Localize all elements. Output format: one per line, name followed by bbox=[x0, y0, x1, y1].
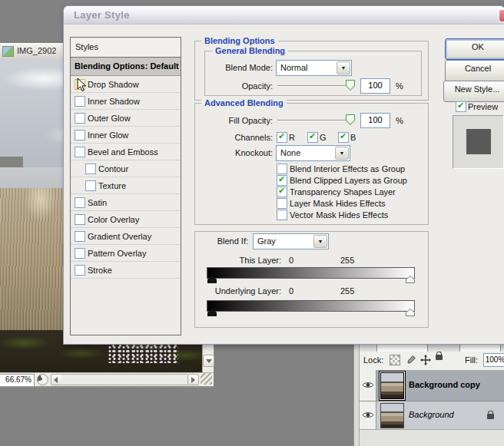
fill-opacity-slider-thumb[interactable] bbox=[346, 114, 355, 125]
blend-mode-label: Blend Mode: bbox=[210, 63, 273, 72]
texture-checkbox[interactable] bbox=[85, 180, 96, 191]
this-layer-gradient-bar[interactable] bbox=[207, 267, 415, 279]
opacity-label: Opacity: bbox=[210, 81, 273, 91]
styles-header-box[interactable]: Styles bbox=[70, 37, 181, 58]
doc-vscroll-down-button[interactable] bbox=[203, 355, 214, 367]
ok-button[interactable]: OK bbox=[445, 38, 504, 60]
chevron-down-icon[interactable]: ▼ bbox=[313, 235, 327, 248]
doc-hscrollbar[interactable] bbox=[61, 374, 187, 385]
general-blending-label: General Blending bbox=[212, 46, 288, 55]
lock-position-move-icon[interactable] bbox=[420, 355, 431, 365]
styles-item-contour[interactable]: Contour bbox=[71, 160, 181, 177]
underlying-max: 255 bbox=[340, 286, 354, 296]
chevron-down-icon[interactable]: ▼ bbox=[337, 61, 350, 74]
this-layer-label: This Layer: bbox=[202, 256, 281, 265]
styles-item-gradient-overlay[interactable]: Gradient Overlay bbox=[71, 228, 181, 245]
satin-checkbox[interactable] bbox=[75, 197, 85, 208]
lock-image-brush-icon[interactable] bbox=[406, 355, 416, 365]
preview-label: Preview bbox=[468, 102, 498, 111]
bevel-emboss-checkbox[interactable] bbox=[75, 147, 85, 157]
styles-item-inner-shadow[interactable]: Inner Shadow bbox=[71, 93, 181, 110]
cancel-button[interactable]: Cancel bbox=[445, 60, 504, 81]
styles-item-pattern-overlay[interactable]: Pattern Overlay bbox=[71, 245, 181, 262]
fill-opacity-label: Fill Opacity: bbox=[202, 116, 273, 125]
lock-label: Lock: bbox=[363, 355, 383, 365]
visibility-toggle[interactable] bbox=[360, 370, 376, 401]
this-layer-min: 0 bbox=[289, 256, 293, 265]
layers-empty-area bbox=[360, 430, 504, 446]
channel-g-checkbox[interactable] bbox=[307, 132, 318, 143]
preview-swatch bbox=[453, 115, 504, 169]
fill-label: Fill: bbox=[465, 355, 478, 365]
doc-hscroll-right-button[interactable] bbox=[187, 374, 199, 385]
color-overlay-checkbox[interactable] bbox=[75, 214, 85, 225]
eye-icon bbox=[362, 411, 374, 419]
layer-row-background-copy[interactable]: Background copy bbox=[360, 370, 504, 401]
layer-thumbnail[interactable] bbox=[380, 372, 404, 399]
blend-mode-dropdown[interactable]: Normal ▼ bbox=[276, 60, 352, 76]
styles-item-blending-options-default[interactable]: Blending Options: Default bbox=[71, 58, 181, 76]
layer-style-dialog: Layer Style Styles Blending Options: Def… bbox=[63, 5, 504, 345]
layer-row-background[interactable]: Background bbox=[360, 401, 504, 430]
styles-item-color-overlay[interactable]: Color Overlay bbox=[71, 211, 181, 228]
opacity-percent: % bbox=[396, 81, 403, 91]
blend-if-label: Blend If: bbox=[202, 236, 248, 246]
document-icon bbox=[2, 46, 14, 57]
new-style-button[interactable]: New Style... bbox=[443, 81, 504, 102]
channels-label: Channels: bbox=[202, 133, 273, 142]
styles-item-outer-glow[interactable]: Outer Glow bbox=[71, 110, 181, 127]
styles-item-inner-glow[interactable]: Inner Glow bbox=[71, 127, 181, 144]
palette-edge-strip[interactable] bbox=[353, 344, 360, 446]
channel-b-checkbox[interactable] bbox=[338, 132, 349, 143]
blend-interior-checkbox[interactable] bbox=[277, 164, 287, 174]
zoom-level-field[interactable]: 66.67% bbox=[0, 374, 35, 387]
fill-opacity-slider-track[interactable] bbox=[277, 120, 348, 121]
vector-mask-hides-checkbox[interactable] bbox=[277, 210, 287, 220]
layer-thumbnail[interactable] bbox=[380, 403, 404, 428]
close-icon[interactable] bbox=[499, 9, 504, 22]
this-layer-max: 255 bbox=[340, 256, 354, 265]
styles-item-texture[interactable]: Texture bbox=[71, 177, 181, 194]
transparency-shapes-checkbox[interactable] bbox=[277, 187, 287, 197]
channel-r-label: R bbox=[289, 133, 295, 142]
underlying-gradient-bar[interactable] bbox=[207, 300, 415, 312]
knockout-label: Knockout: bbox=[202, 148, 273, 157]
lock-all-icon[interactable] bbox=[436, 355, 443, 360]
chevron-down-icon[interactable]: ▼ bbox=[335, 147, 349, 160]
opacity-slider-thumb[interactable] bbox=[346, 80, 355, 91]
styles-header-label: Styles bbox=[75, 42, 98, 51]
advanced-blending-label: Advanced Blending bbox=[201, 98, 287, 107]
photo-shoreline bbox=[0, 157, 23, 167]
preview-checkbox[interactable] bbox=[456, 101, 466, 112]
layers-panel: Lock: Fill: 100% Background copy Backgro… bbox=[360, 344, 504, 446]
fill-value-field[interactable]: 100% bbox=[483, 353, 504, 367]
pattern-overlay-checkbox[interactable] bbox=[75, 248, 85, 259]
opacity-value-field[interactable]: 100 bbox=[360, 78, 390, 94]
blend-if-dropdown[interactable]: Gray ▼ bbox=[253, 233, 329, 249]
styles-item-satin[interactable]: Satin bbox=[71, 194, 181, 211]
layers-lock-row: Lock: Fill: 100% bbox=[360, 352, 504, 371]
knockout-dropdown[interactable]: None ▼ bbox=[276, 145, 350, 161]
styles-item-bevel-and-emboss[interactable]: Bevel and Emboss bbox=[71, 144, 181, 160]
opacity-slider-track[interactable] bbox=[277, 85, 348, 87]
layer-mask-hides-checkbox[interactable] bbox=[277, 198, 287, 209]
styles-item-stroke[interactable]: Stroke bbox=[71, 262, 181, 279]
dialog-titlebar[interactable]: Layer Style bbox=[64, 6, 504, 25]
fill-opacity-value-field[interactable]: 100 bbox=[360, 113, 390, 128]
layer-name[interactable]: Background copy bbox=[409, 380, 480, 389]
stroke-checkbox[interactable] bbox=[75, 265, 85, 276]
visibility-toggle[interactable] bbox=[360, 401, 376, 429]
contour-checkbox[interactable] bbox=[85, 164, 96, 174]
blend-clipped-checkbox[interactable] bbox=[277, 175, 287, 186]
doc-hscroll-left-button[interactable] bbox=[51, 374, 62, 385]
window-resize-grip[interactable] bbox=[201, 373, 212, 385]
styles-list: Blending Options: Default Drop Shadow In… bbox=[70, 57, 181, 335]
inner-shadow-checkbox[interactable] bbox=[75, 96, 85, 107]
channel-r-checkbox[interactable] bbox=[277, 132, 287, 143]
layer-name[interactable]: Background bbox=[409, 410, 454, 419]
inner-glow-checkbox[interactable] bbox=[75, 130, 85, 140]
status-icon[interactable] bbox=[37, 374, 48, 385]
outer-glow-checkbox[interactable] bbox=[75, 113, 85, 124]
gradient-overlay-checkbox[interactable] bbox=[75, 231, 85, 242]
lock-transparency-icon[interactable] bbox=[390, 355, 400, 365]
